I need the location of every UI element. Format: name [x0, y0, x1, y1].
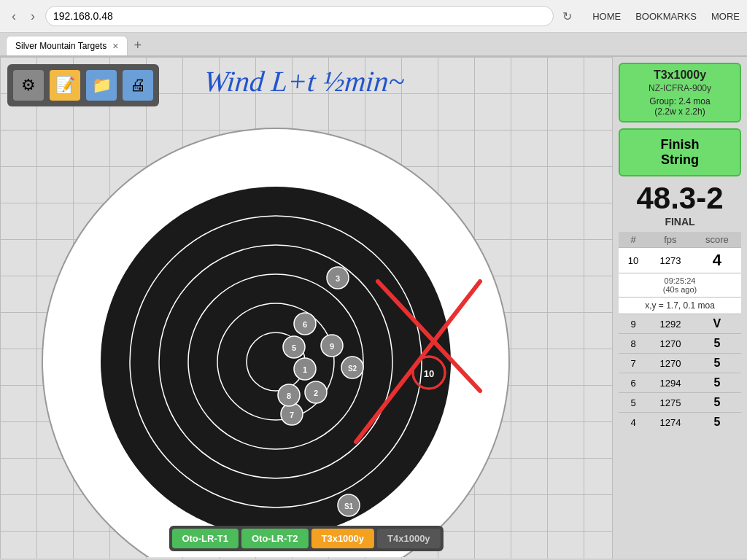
shot-score: 5: [693, 393, 741, 413]
home-link[interactable]: HOME: [592, 11, 621, 22]
active-tab[interactable]: Silver Mountain Targets ×: [6, 36, 128, 55]
finish-string-button[interactable]: FinishString: [619, 128, 741, 176]
back-button[interactable]: ‹: [7, 7, 20, 26]
score-big: 48.3-2: [619, 181, 741, 216]
folder-icon: 📁: [92, 76, 112, 95]
svg-text:S1: S1: [344, 502, 353, 510]
bookmarks-link[interactable]: BOOKMARKS: [635, 11, 697, 22]
table-row-time: 09:25:24(40s ago): [619, 273, 741, 298]
tab-title: Silver Mountain Targets: [15, 41, 107, 51]
settings-icon: ⚙: [21, 76, 36, 95]
shot-num: 5: [619, 393, 648, 413]
shot-fps: 1270: [648, 334, 693, 354]
shot-score: 5: [693, 334, 741, 354]
svg-text:9: 9: [329, 342, 333, 351]
bottom-tab-strip: Oto-LR-T1 Oto-LR-T2 T3x1000y T4x1000y: [169, 526, 443, 551]
target-display: 1 2 3 5 6 7 8 9: [20, 57, 531, 559]
svg-text:7: 7: [289, 411, 293, 419]
print-button[interactable]: 🖨: [123, 70, 153, 101]
tab-bar: Silver Mountain Targets × +: [0, 33, 747, 56]
table-row: 8 1270 5: [619, 334, 741, 354]
content-area: ⚙ 📝 📁 🖨 Wind L+t ½min~: [0, 57, 747, 559]
reload-button[interactable]: ↻: [562, 9, 572, 23]
col-header-fps: fps: [648, 232, 693, 248]
target-area: ⚙ 📝 📁 🖨 Wind L+t ½min~: [0, 57, 612, 559]
session-badge: T3x1000y NZ-ICFRA-900y Group: 2.4 moa(2.…: [619, 63, 741, 122]
notes-icon: 📝: [55, 76, 75, 95]
svg-text:5: 5: [291, 343, 295, 352]
nav-links: HOME BOOKMARKS MORE: [592, 11, 740, 22]
toolbar: ⚙ 📝 📁 🖨: [7, 64, 159, 106]
svg-text:S2: S2: [347, 365, 357, 373]
shot-score: 4: [693, 248, 741, 273]
settings-button[interactable]: ⚙: [13, 70, 44, 101]
shot-fps: 1270: [648, 354, 693, 373]
shot-score: 5: [693, 354, 741, 373]
tab-oto-lr-t2[interactable]: Oto-LR-T2: [241, 529, 309, 548]
svg-text:8: 8: [286, 392, 290, 400]
svg-text:6: 6: [302, 320, 306, 329]
score-display: 48.3-2 FINAL: [619, 181, 741, 228]
shot-num: 10: [619, 248, 648, 273]
table-row: 7 1270 5: [619, 354, 741, 373]
folder-button[interactable]: 📁: [86, 70, 117, 101]
shot-num: 9: [619, 314, 648, 334]
shot-coord: x,y = 1.7, 0.1 moa: [619, 298, 741, 314]
shot-num: 6: [619, 373, 648, 393]
shot-time: 09:25:24(40s ago): [619, 273, 741, 298]
table-row: 4 1274 5: [619, 413, 741, 432]
shot-fps: 1273: [648, 248, 693, 273]
col-header-num: #: [619, 232, 648, 248]
url-bar[interactable]: [45, 6, 554, 26]
shot-score: 5: [693, 373, 741, 393]
more-link[interactable]: MORE: [711, 11, 740, 22]
svg-text:10: 10: [423, 368, 433, 379]
shot-fps: 1274: [648, 413, 693, 432]
target-svg: 1 2 3 5 6 7 8 9: [20, 57, 531, 557]
shot-fps: 1294: [648, 373, 693, 393]
svg-point-1: [101, 187, 451, 537]
browser-chrome: ‹ › ↻ HOME BOOKMARKS MORE Silver Mountai…: [0, 0, 747, 57]
tab-oto-lr-t1[interactable]: Oto-LR-T1: [171, 529, 239, 548]
forward-button[interactable]: ›: [26, 7, 39, 26]
session-title: T3x1000y: [624, 69, 735, 82]
nav-bar: ‹ › ↻ HOME BOOKMARKS MORE: [0, 0, 747, 33]
table-row: 5 1275 5: [619, 393, 741, 413]
col-header-score: score: [693, 232, 741, 248]
tab-t3x1000y[interactable]: T3x1000y: [311, 529, 374, 548]
table-row-coord: x,y = 1.7, 0.1 moa: [619, 298, 741, 314]
shot-num: 8: [619, 334, 648, 354]
svg-text:1: 1: [302, 365, 306, 374]
table-row: 10 1273 4: [619, 248, 741, 273]
shot-score: 5: [693, 413, 741, 432]
new-tab-button[interactable]: +: [128, 38, 147, 53]
tab-close-button[interactable]: ×: [112, 40, 118, 52]
session-group: Group: 2.4 moa(2.2w x 2.2h): [624, 96, 735, 117]
tab-t4x1000y[interactable]: T4x1000y: [377, 529, 441, 548]
print-icon: 🖨: [130, 76, 146, 95]
score-final-label: FINAL: [619, 216, 741, 228]
table-row: 6 1294 5: [619, 373, 741, 393]
shot-num: 4: [619, 413, 648, 432]
svg-text:2: 2: [313, 389, 317, 397]
right-panel: T3x1000y NZ-ICFRA-900y Group: 2.4 moa(2.…: [612, 57, 747, 559]
session-sub: NZ-ICFRA-900y: [624, 83, 735, 93]
shot-fps: 1275: [648, 393, 693, 413]
table-row: 9 1292 V: [619, 314, 741, 334]
svg-text:3: 3: [335, 274, 339, 283]
shot-num: 7: [619, 354, 648, 373]
score-table: # fps score 10 1273 4 09:25:24(40s ago)x…: [619, 232, 741, 432]
shot-fps: 1292: [648, 314, 693, 334]
notes-button[interactable]: 📝: [50, 70, 80, 101]
shot-score: V: [693, 314, 741, 334]
